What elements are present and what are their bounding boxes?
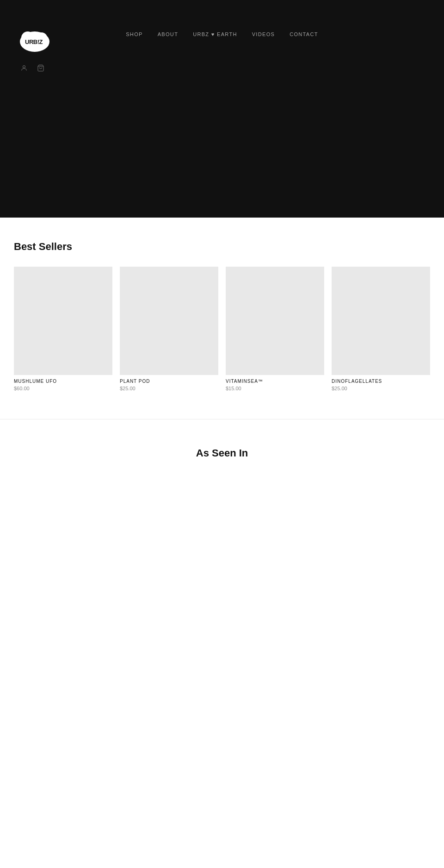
product-price-3: $25.00 — [332, 386, 430, 391]
svg-text:URB!Z: URB!Z — [25, 38, 43, 45]
logo-area: URB!Z — [18, 28, 51, 73]
nav-about[interactable]: ABOUT — [158, 31, 179, 37]
cart-icon[interactable] — [37, 64, 44, 73]
login-icon[interactable] — [20, 64, 28, 73]
product-price-1: $25.00 — [120, 386, 218, 391]
header-icons — [18, 64, 44, 73]
product-price-2: $15.00 — [226, 386, 324, 391]
hero-section: URB!Z — [0, 0, 444, 218]
products-grid: MUSHLUME UFO $60.00 PLANT POD $25.00 VIT… — [14, 267, 430, 391]
as-seen-in-title: As Seen In — [14, 447, 430, 459]
product-image-0 — [14, 267, 112, 375]
product-name-2: VITAMINSEA™ — [226, 379, 324, 384]
nav-videos[interactable]: VIDEOS — [252, 31, 275, 37]
product-name-0: MUSHLUME UFO — [14, 379, 112, 384]
product-card-2[interactable]: VITAMINSEA™ $15.00 — [226, 267, 324, 391]
nav-urbz-earth[interactable]: URBZ ♥ EARTH — [193, 31, 237, 37]
main-nav: SHOP ABOUT URBZ ♥ EARTH VIDEOS CONTACT — [126, 31, 318, 37]
product-image-3 — [332, 267, 430, 375]
product-image-2 — [226, 267, 324, 375]
svg-point-4 — [23, 66, 25, 68]
product-image-1 — [120, 267, 218, 375]
site-header: URB!Z — [0, 0, 444, 73]
product-card-0[interactable]: MUSHLUME UFO $60.00 — [14, 267, 112, 391]
logo[interactable]: URB!Z — [18, 28, 51, 55]
product-card-3[interactable]: DINOFLAGELLATES $25.00 — [332, 267, 430, 391]
product-name-3: DINOFLAGELLATES — [332, 379, 430, 384]
as-seen-in-section: As Seen In — [0, 419, 444, 868]
product-price-0: $60.00 — [14, 386, 112, 391]
best-sellers-title: Best Sellers — [14, 241, 430, 253]
product-card-1[interactable]: PLANT POD $25.00 — [120, 267, 218, 391]
nav-shop[interactable]: SHOP — [126, 31, 142, 37]
nav-contact[interactable]: CONTACT — [290, 31, 318, 37]
product-name-1: PLANT POD — [120, 379, 218, 384]
best-sellers-section: Best Sellers MUSHLUME UFO $60.00 PLANT P… — [0, 218, 444, 419]
